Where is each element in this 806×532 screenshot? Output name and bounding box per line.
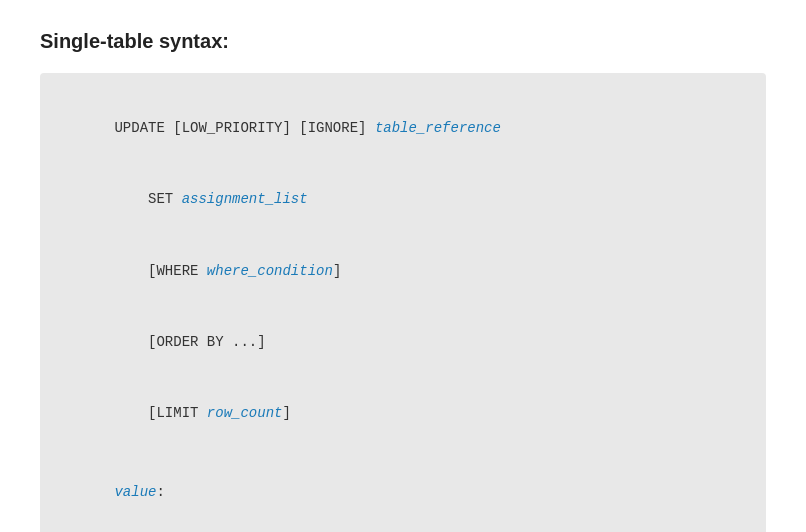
code-blank-1 xyxy=(64,450,742,457)
code-italic-where-condition: where_condition xyxy=(207,263,333,279)
code-italic-table-reference: table_reference xyxy=(375,120,501,136)
code-line-2: SET assignment_list xyxy=(64,164,742,235)
code-text: ] xyxy=(282,405,290,421)
code-text: UPDATE [LOW_PRIORITY] [IGNORE] xyxy=(114,120,374,136)
code-block: UPDATE [LOW_PRIORITY] [IGNORE] table_ref… xyxy=(40,73,766,532)
code-line-7: {expr | DEFAULT} xyxy=(64,528,742,532)
code-line-3: [WHERE where_condition] xyxy=(64,236,742,307)
code-text: ] xyxy=(333,263,341,279)
code-line-4: [ORDER BY ...] xyxy=(64,307,742,378)
code-text: [ORDER BY ...] xyxy=(114,334,265,350)
code-italic-row-count: row_count xyxy=(207,405,283,421)
page-title: Single-table syntax: xyxy=(40,30,766,53)
code-line-1: UPDATE [LOW_PRIORITY] [IGNORE] table_ref… xyxy=(64,93,742,164)
code-text: [WHERE xyxy=(114,263,206,279)
code-line-6: value: xyxy=(64,457,742,528)
code-italic-value-label: value xyxy=(114,484,156,500)
code-text: [LIMIT xyxy=(114,405,206,421)
page-container: Single-table syntax: UPDATE [LOW_PRIORIT… xyxy=(0,0,806,532)
code-text: SET xyxy=(114,191,181,207)
code-text: : xyxy=(156,484,164,500)
code-italic-assignment-list-ref: assignment_list xyxy=(182,191,308,207)
code-line-5: [LIMIT row_count] xyxy=(64,379,742,450)
